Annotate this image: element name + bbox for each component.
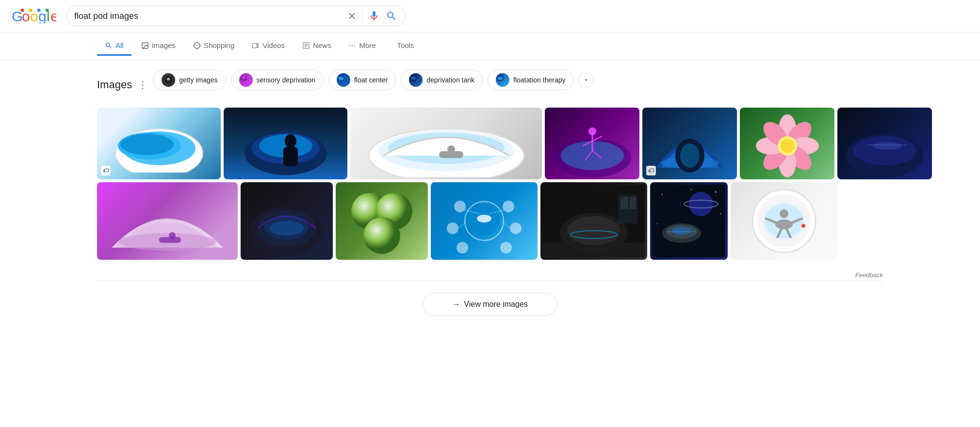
clear-icon[interactable]: ✕	[348, 10, 356, 22]
tab-news-label: News	[313, 41, 331, 49]
image-cell-13[interactable]	[650, 182, 728, 260]
svg-point-106	[689, 192, 713, 216]
svg-point-102	[715, 191, 717, 193]
svg-point-84	[503, 201, 514, 212]
search-input[interactable]: float pod images	[74, 11, 342, 21]
image-row-2	[97, 182, 883, 260]
tab-news[interactable]: News	[294, 36, 339, 56]
chip-expand-button[interactable]	[578, 72, 594, 88]
svg-point-67	[853, 136, 916, 165]
svg-point-65	[781, 139, 794, 153]
image-cell-2[interactable]	[224, 108, 347, 179]
tab-shopping[interactable]: Shopping	[185, 36, 242, 56]
svg-point-76	[270, 221, 304, 236]
image-cell-11[interactable]	[431, 182, 538, 260]
nav-tabs: All Images Shopping Videos News More Too…	[0, 32, 980, 60]
chip-float-center-icon	[337, 73, 345, 82]
tab-more-label: More	[359, 41, 376, 49]
svg-rect-44	[439, 151, 463, 158]
chip-sensory-img	[239, 73, 253, 87]
svg-point-104	[657, 223, 658, 224]
chip-deprivation-tank-label: deprivation tank	[426, 76, 474, 84]
tab-tools[interactable]: Tools	[390, 36, 422, 56]
search-submit-icon[interactable]	[386, 10, 397, 22]
image-cell-5[interactable]: 🏷	[642, 108, 737, 179]
svg-point-68	[873, 142, 902, 150]
svg-point-82	[477, 215, 491, 222]
image-cell-3[interactable]	[350, 108, 542, 179]
tab-tools-label: Tools	[397, 41, 414, 49]
image-cell-1[interactable]: 🏷	[97, 108, 221, 179]
svg-rect-12	[253, 43, 257, 47]
shopping-nav-icon	[193, 42, 201, 49]
svg-point-85	[447, 222, 458, 234]
tag-icon-5: 🏷	[646, 166, 656, 175]
chip-deprivation-tank-img	[409, 73, 423, 87]
google-logo[interactable]: G o o g l e	[12, 9, 56, 23]
tab-all-label: All	[115, 41, 124, 49]
svg-point-20	[354, 45, 355, 46]
chevron-down-icon	[582, 76, 590, 84]
chip-sensory[interactable]: sensory deprivation	[231, 70, 324, 90]
image-cell-14[interactable]	[731, 182, 837, 260]
tab-shopping-label: Shopping	[204, 41, 234, 49]
chip-floatation[interactable]: floatation therapy	[488, 70, 573, 90]
image-cell-4[interactable]	[545, 108, 639, 179]
chip-floatation-label: floatation therapy	[513, 76, 565, 84]
svg-point-18	[350, 45, 351, 46]
images-more-options-icon[interactable]: ⋮	[138, 79, 147, 91]
chip-deprivation-tank[interactable]: deprivation tank	[401, 70, 483, 90]
chip-deprivation-tank-icon	[409, 73, 418, 82]
tab-videos[interactable]: Videos	[244, 36, 293, 56]
videos-nav-icon	[252, 42, 260, 49]
image-cell-8[interactable]	[97, 182, 238, 260]
image-nav-icon	[141, 42, 149, 49]
microphone-icon[interactable]	[368, 10, 380, 22]
feedback-link[interactable]: Feedback	[855, 271, 883, 279]
svg-rect-98	[621, 197, 628, 209]
svg-point-22	[167, 78, 169, 80]
image-cell-10[interactable]	[336, 182, 428, 260]
svg-text:e: e	[50, 9, 56, 23]
header: G o o g l e float pod images ✕	[0, 0, 980, 32]
svg-point-19	[352, 45, 353, 46]
tab-all[interactable]: All	[97, 36, 131, 56]
view-more-button[interactable]: → View more images	[423, 293, 557, 316]
tab-images-label: Images	[152, 41, 176, 49]
svg-point-26	[339, 77, 344, 80]
tab-more[interactable]: More	[341, 36, 383, 56]
chip-getty-img	[162, 73, 175, 87]
svg-rect-100	[653, 185, 725, 257]
svg-point-101	[662, 194, 663, 195]
chip-float-center[interactable]: float center	[328, 70, 396, 90]
news-nav-icon	[302, 42, 310, 49]
svg-point-79	[363, 217, 400, 254]
svg-point-47	[588, 127, 596, 135]
more-nav-icon	[348, 42, 356, 49]
svg-point-28	[411, 77, 416, 79]
chip-floatation-img	[496, 73, 509, 87]
filter-chips: getty images sensory deprivation float c…	[153, 70, 594, 90]
view-more-arrow: →	[452, 300, 460, 309]
tab-images[interactable]: Images	[133, 36, 183, 56]
tab-videos-label: Videos	[262, 41, 285, 49]
image-cell-12[interactable]	[540, 182, 647, 260]
images-section: Images ⋮ getty images sensory deprivatio…	[0, 60, 980, 269]
chip-getty[interactable]: getty images	[153, 70, 226, 90]
images-header: Images ⋮ getty images sensory deprivatio…	[97, 70, 883, 100]
chip-getty-label: getty images	[179, 76, 217, 84]
svg-point-117	[775, 220, 793, 229]
chip-sensory-icon	[239, 73, 248, 82]
image-cell-7[interactable]	[837, 108, 932, 179]
svg-point-103	[691, 189, 692, 190]
chip-float-center-label: float center	[354, 76, 388, 84]
svg-point-116	[780, 209, 788, 218]
svg-point-122	[801, 224, 805, 228]
image-cell-6[interactable]	[740, 108, 834, 179]
svg-point-86	[510, 222, 522, 234]
tag-icon-1: 🏷	[101, 166, 111, 175]
search-nav-icon	[105, 42, 113, 49]
search-divider	[362, 10, 362, 22]
image-cell-9[interactable]	[241, 182, 333, 260]
view-more-container: → View more images	[0, 281, 980, 328]
